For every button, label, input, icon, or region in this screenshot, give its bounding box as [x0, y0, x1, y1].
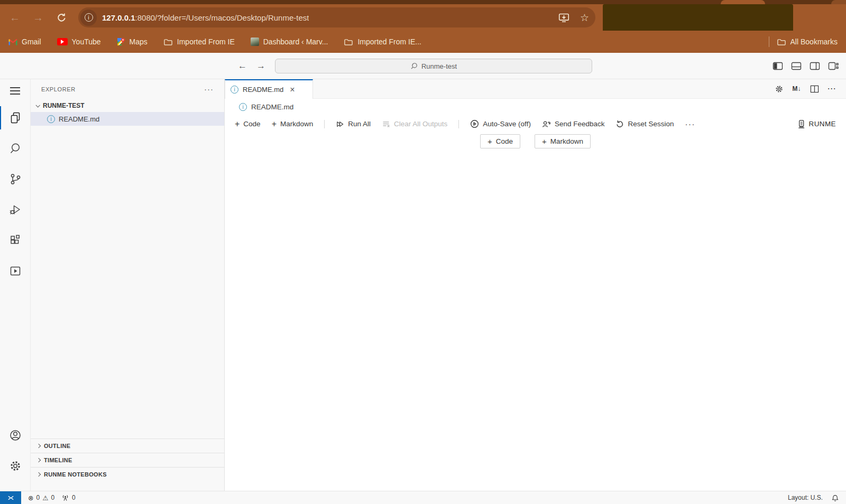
bookmark-label: Imported From IE...	[357, 38, 421, 46]
sidebar-tail	[31, 481, 224, 491]
activity-explorer[interactable]	[0, 102, 31, 133]
tab-close-icon[interactable]: ×	[290, 86, 295, 94]
section-outline[interactable]: OUTLINE	[31, 438, 224, 453]
browser-adjacent-tab-top[interactable]	[831, 0, 846, 4]
plus-icon: +	[542, 137, 547, 145]
notebook-file-icon: i	[231, 86, 238, 94]
toggle-secondary-sidebar-icon[interactable]	[810, 61, 820, 71]
command-center-search[interactable]: Runme-test	[275, 59, 592, 73]
extensions-icon	[8, 234, 22, 247]
bookmarks-divider	[769, 36, 769, 47]
editor-back-button[interactable]: ←	[238, 61, 247, 71]
bookmark-star-icon[interactable]: ☆	[580, 13, 589, 23]
bookmark-dashboard[interactable]: Dashboard ‹ Marv...	[251, 38, 328, 46]
plus-icon: +	[235, 120, 240, 128]
activity-search[interactable]	[0, 133, 31, 164]
explorer-sidebar: EXPLORER ··· RUNME-TEST i README.md OUTL…	[31, 79, 225, 491]
activity-source-control[interactable]	[0, 164, 31, 194]
url-text: 127.0.0.1:8080/?folder=/Users/macos/Desk…	[102, 13, 309, 22]
tab-readme[interactable]: i README.md ×	[225, 79, 313, 99]
bookmark-label: Gmail	[22, 38, 41, 46]
browser-active-tab-top[interactable]	[721, 0, 765, 4]
url-bar[interactable]: i 127.0.0.1:8080/?folder=/Users/macos/De…	[78, 7, 595, 27]
remote-icon	[7, 494, 15, 502]
explorer-more-actions[interactable]: ···	[204, 85, 214, 94]
install-app-icon[interactable]	[558, 13, 569, 23]
keyboard-layout-indicator[interactable]: Layout: U.S.	[788, 494, 823, 501]
vscode-window: ← → Runme-test	[0, 53, 846, 504]
bookmark-label: YouTube	[72, 38, 101, 46]
browser-forward-button[interactable]: →	[27, 4, 49, 31]
menu-button[interactable]	[0, 79, 31, 102]
insert-code-cell-button[interactable]: + Code	[480, 134, 520, 148]
runme-brand[interactable]: RUNME	[797, 119, 836, 129]
remote-indicator[interactable]	[0, 491, 21, 504]
settings-button[interactable]	[0, 451, 31, 481]
editor-more-actions[interactable]: ···	[828, 85, 837, 92]
chevron-right-icon	[36, 444, 41, 448]
markdown-preview-icon[interactable]: M↓	[793, 85, 801, 92]
bookmark-imported-from-ie-2[interactable]: Imported From IE...	[344, 38, 421, 46]
bookmark-youtube[interactable]: YouTube	[57, 38, 101, 46]
browser-back-button[interactable]: ←	[4, 4, 25, 31]
run-all-icon	[336, 120, 344, 128]
error-count: 0	[36, 494, 40, 501]
reset-session-button[interactable]: Reset Session	[615, 120, 674, 128]
section-timeline[interactable]: TIMELINE	[31, 453, 224, 467]
tree-item-readme[interactable]: i README.md	[31, 112, 224, 126]
command-center-value: Runme-test	[421, 62, 457, 70]
notebook-breadcrumb[interactable]: i README.md	[225, 99, 846, 115]
account-button[interactable]	[0, 420, 31, 451]
activity-runme[interactable]	[0, 256, 31, 286]
site-info-icon: i	[85, 13, 93, 22]
all-bookmarks-button[interactable]: All Bookmarks	[777, 38, 838, 46]
editor-forward-button[interactable]: →	[256, 61, 265, 71]
activity-run-debug[interactable]	[0, 194, 31, 225]
auto-save-toggle[interactable]: Auto-Save (off)	[470, 119, 531, 128]
error-icon: ⊗	[28, 494, 33, 502]
dashboard-favicon	[251, 38, 259, 46]
ports-indicator[interactable]: 0	[61, 494, 76, 502]
reload-icon	[57, 13, 67, 23]
run-all-button[interactable]: Run All	[336, 120, 371, 128]
editor-tab-bar: i README.md × M↓	[225, 79, 846, 99]
radio-tower-icon	[61, 494, 69, 502]
bookmark-gmail[interactable]: Gmail	[8, 38, 41, 46]
browser-reload-button[interactable]	[51, 4, 72, 31]
maps-icon	[117, 38, 125, 46]
hamburger-icon	[10, 87, 20, 95]
bookmark-imported-from-ie[interactable]: Imported From IE	[163, 38, 235, 46]
source-control-icon	[8, 172, 22, 186]
toggle-primary-sidebar-icon[interactable]	[773, 61, 783, 71]
bookmark-maps[interactable]: Maps	[117, 38, 148, 46]
site-info-chip[interactable]: i	[80, 10, 97, 26]
customize-layout-icon[interactable]	[828, 61, 839, 71]
plus-icon: +	[488, 137, 492, 145]
section-label: OUTLINE	[44, 443, 70, 449]
section-label: TIMELINE	[44, 457, 72, 463]
notebook-settings-gear-icon[interactable]	[775, 85, 784, 94]
sidebar-empty-area	[31, 126, 224, 438]
section-runme-notebooks[interactable]: RUNME NOTEBOOKS	[31, 467, 224, 481]
file-label: README.md	[59, 115, 99, 123]
add-code-cell-button[interactable]: + Code	[235, 120, 261, 128]
split-editor-icon[interactable]	[810, 85, 819, 94]
gear-icon	[8, 459, 22, 473]
runme-logo-icon	[797, 119, 805, 129]
root-folder-label: RUNME-TEST	[43, 102, 85, 109]
notifications-bell-icon[interactable]	[831, 494, 839, 502]
problems-indicator[interactable]: ⊗ 0 ⚠ 0	[28, 494, 54, 502]
insert-markdown-cell-button[interactable]: + Markdown	[535, 134, 591, 148]
search-icon	[8, 142, 22, 155]
run-debug-icon	[8, 203, 22, 217]
activity-extensions[interactable]	[0, 225, 31, 256]
all-bookmarks-label: All Bookmarks	[790, 38, 838, 46]
breadcrumb-label: README.md	[251, 103, 293, 111]
add-markdown-cell-button[interactable]: + Markdown	[272, 120, 314, 128]
tree-root-folder[interactable]: RUNME-TEST	[31, 99, 224, 112]
send-feedback-button[interactable]: Send Feedback	[542, 120, 605, 128]
toolbar-more-actions[interactable]: ···	[685, 119, 696, 128]
toggle-panel-icon[interactable]	[791, 61, 802, 71]
clear-all-outputs-button[interactable]: Clear All Outputs	[382, 120, 447, 128]
url-path: :8080/?folder=/Users/macos/Desktop/Runme…	[135, 13, 309, 22]
